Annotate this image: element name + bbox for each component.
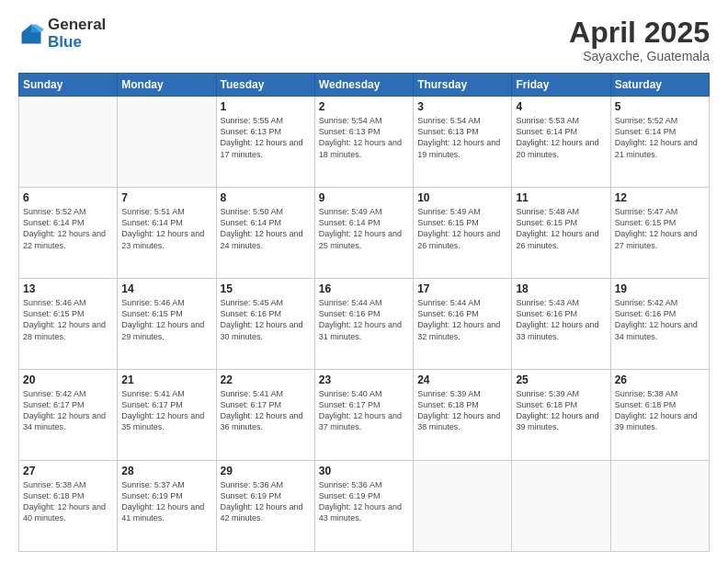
weekday-header-saturday: Saturday: [610, 74, 709, 97]
day-info: Sunrise: 5:49 AM Sunset: 6:15 PM Dayligh…: [417, 206, 507, 251]
week-row-1: 1Sunrise: 5:55 AM Sunset: 6:13 PM Daylig…: [19, 97, 710, 188]
calendar-cell: [19, 97, 118, 188]
day-info: Sunrise: 5:39 AM Sunset: 6:18 PM Dayligh…: [417, 388, 507, 433]
calendar-table: SundayMondayTuesdayWednesdayThursdayFrid…: [18, 73, 710, 552]
weekday-header-tuesday: Tuesday: [216, 74, 314, 97]
calendar-cell: 22Sunrise: 5:41 AM Sunset: 6:17 PM Dayli…: [216, 370, 314, 461]
day-number: 30: [319, 465, 409, 477]
calendar-cell: 13Sunrise: 5:46 AM Sunset: 6:15 PM Dayli…: [19, 279, 118, 370]
day-number: 22: [221, 373, 311, 386]
calendar-cell: 29Sunrise: 5:36 AM Sunset: 6:19 PM Dayli…: [216, 461, 314, 552]
day-info: Sunrise: 5:36 AM Sunset: 6:19 PM Dayligh…: [221, 479, 311, 524]
day-info: Sunrise: 5:52 AM Sunset: 6:14 PM Dayligh…: [615, 115, 705, 160]
day-number: 5: [615, 100, 705, 113]
day-info: Sunrise: 5:38 AM Sunset: 6:18 PM Dayligh…: [23, 479, 113, 524]
calendar-cell: 9Sunrise: 5:49 AM Sunset: 6:14 PM Daylig…: [314, 188, 413, 279]
calendar-cell: 2Sunrise: 5:54 AM Sunset: 6:13 PM Daylig…: [314, 97, 413, 188]
calendar-cell: 1Sunrise: 5:55 AM Sunset: 6:13 PM Daylig…: [216, 97, 314, 188]
calendar-cell: 11Sunrise: 5:48 AM Sunset: 6:15 PM Dayli…: [512, 188, 610, 279]
calendar-cell: 5Sunrise: 5:52 AM Sunset: 6:14 PM Daylig…: [610, 97, 709, 188]
day-number: 13: [23, 282, 113, 295]
day-number: 9: [319, 191, 409, 204]
day-info: Sunrise: 5:47 AM Sunset: 6:15 PM Dayligh…: [615, 206, 705, 251]
calendar-cell: 21Sunrise: 5:41 AM Sunset: 6:17 PM Dayli…: [118, 370, 216, 461]
calendar-cell: [610, 461, 709, 552]
day-number: 15: [221, 282, 311, 295]
calendar-cell: 24Sunrise: 5:39 AM Sunset: 6:18 PM Dayli…: [414, 370, 512, 461]
calendar-cell: 28Sunrise: 5:37 AM Sunset: 6:19 PM Dayli…: [118, 461, 216, 552]
calendar-cell: 3Sunrise: 5:54 AM Sunset: 6:13 PM Daylig…: [414, 97, 512, 188]
day-info: Sunrise: 5:51 AM Sunset: 6:14 PM Dayligh…: [121, 206, 211, 251]
weekday-header-wednesday: Wednesday: [314, 74, 413, 97]
logo: General Blue: [18, 17, 106, 51]
weekday-header-monday: Monday: [118, 74, 216, 97]
calendar-cell: 10Sunrise: 5:49 AM Sunset: 6:15 PM Dayli…: [414, 188, 512, 279]
calendar-cell: 19Sunrise: 5:42 AM Sunset: 6:16 PM Dayli…: [610, 279, 709, 370]
day-info: Sunrise: 5:49 AM Sunset: 6:14 PM Dayligh…: [319, 206, 409, 251]
day-info: Sunrise: 5:46 AM Sunset: 6:15 PM Dayligh…: [121, 297, 211, 342]
week-row-5: 27Sunrise: 5:38 AM Sunset: 6:18 PM Dayli…: [19, 461, 710, 552]
weekday-header-row: SundayMondayTuesdayWednesdayThursdayFrid…: [19, 74, 710, 97]
day-number: 19: [615, 282, 705, 295]
day-number: 27: [23, 465, 113, 477]
calendar-cell: 6Sunrise: 5:52 AM Sunset: 6:14 PM Daylig…: [19, 188, 118, 279]
day-number: 2: [319, 100, 409, 113]
calendar-cell: [414, 461, 512, 552]
calendar-cell: 30Sunrise: 5:36 AM Sunset: 6:19 PM Dayli…: [314, 461, 413, 552]
day-number: 3: [417, 100, 507, 113]
day-number: 18: [516, 282, 606, 295]
day-info: Sunrise: 5:38 AM Sunset: 6:18 PM Dayligh…: [615, 388, 705, 433]
month-title: April 2025: [569, 17, 710, 49]
day-number: 24: [417, 373, 507, 386]
day-number: 16: [319, 282, 409, 295]
day-info: Sunrise: 5:36 AM Sunset: 6:19 PM Dayligh…: [319, 479, 409, 524]
day-number: 25: [516, 373, 606, 386]
day-number: 28: [121, 465, 211, 477]
day-number: 11: [516, 191, 606, 204]
day-number: 6: [23, 191, 113, 204]
title-area: April 2025 Sayaxche, Guatemala: [569, 17, 710, 63]
day-info: Sunrise: 5:53 AM Sunset: 6:14 PM Dayligh…: [516, 115, 606, 160]
day-info: Sunrise: 5:41 AM Sunset: 6:17 PM Dayligh…: [121, 388, 211, 433]
location-subtitle: Sayaxche, Guatemala: [569, 49, 710, 63]
calendar-cell: 15Sunrise: 5:45 AM Sunset: 6:16 PM Dayli…: [216, 279, 314, 370]
calendar-cell: 7Sunrise: 5:51 AM Sunset: 6:14 PM Daylig…: [118, 188, 216, 279]
logo-blue: Blue: [48, 34, 106, 52]
day-info: Sunrise: 5:41 AM Sunset: 6:17 PM Dayligh…: [221, 388, 311, 433]
calendar-cell: 14Sunrise: 5:46 AM Sunset: 6:15 PM Dayli…: [118, 279, 216, 370]
weekday-header-thursday: Thursday: [414, 74, 512, 97]
day-info: Sunrise: 5:42 AM Sunset: 6:17 PM Dayligh…: [23, 388, 113, 433]
day-number: 1: [221, 100, 311, 113]
day-info: Sunrise: 5:48 AM Sunset: 6:15 PM Dayligh…: [516, 206, 606, 251]
calendar-cell: 4Sunrise: 5:53 AM Sunset: 6:14 PM Daylig…: [512, 97, 610, 188]
day-info: Sunrise: 5:44 AM Sunset: 6:16 PM Dayligh…: [417, 297, 507, 342]
day-info: Sunrise: 5:54 AM Sunset: 6:13 PM Dayligh…: [319, 115, 409, 160]
calendar-cell: [118, 97, 216, 188]
day-info: Sunrise: 5:37 AM Sunset: 6:19 PM Dayligh…: [121, 479, 211, 524]
calendar-cell: 25Sunrise: 5:39 AM Sunset: 6:18 PM Dayli…: [512, 370, 610, 461]
calendar-cell: 8Sunrise: 5:50 AM Sunset: 6:14 PM Daylig…: [216, 188, 314, 279]
day-number: 14: [121, 282, 211, 295]
calendar-cell: 27Sunrise: 5:38 AM Sunset: 6:18 PM Dayli…: [19, 461, 118, 552]
calendar-cell: 20Sunrise: 5:42 AM Sunset: 6:17 PM Dayli…: [19, 370, 118, 461]
calendar-cell: 26Sunrise: 5:38 AM Sunset: 6:18 PM Dayli…: [610, 370, 709, 461]
day-number: 23: [319, 373, 409, 386]
day-number: 7: [121, 191, 211, 204]
week-row-3: 13Sunrise: 5:46 AM Sunset: 6:15 PM Dayli…: [19, 279, 710, 370]
week-row-4: 20Sunrise: 5:42 AM Sunset: 6:17 PM Dayli…: [19, 370, 710, 461]
weekday-header-sunday: Sunday: [19, 74, 118, 97]
day-info: Sunrise: 5:44 AM Sunset: 6:16 PM Dayligh…: [319, 297, 409, 342]
calendar-cell: 17Sunrise: 5:44 AM Sunset: 6:16 PM Dayli…: [414, 279, 512, 370]
calendar-cell: [512, 461, 610, 552]
header: General Blue April 2025 Sayaxche, Guatem…: [18, 17, 710, 63]
calendar-cell: 23Sunrise: 5:40 AM Sunset: 6:17 PM Dayli…: [314, 370, 413, 461]
day-number: 21: [121, 373, 211, 386]
week-row-2: 6Sunrise: 5:52 AM Sunset: 6:14 PM Daylig…: [19, 188, 710, 279]
day-info: Sunrise: 5:54 AM Sunset: 6:13 PM Dayligh…: [417, 115, 507, 160]
day-info: Sunrise: 5:50 AM Sunset: 6:14 PM Dayligh…: [221, 206, 311, 251]
day-number: 4: [516, 100, 606, 113]
day-info: Sunrise: 5:39 AM Sunset: 6:18 PM Dayligh…: [516, 388, 606, 433]
day-info: Sunrise: 5:42 AM Sunset: 6:16 PM Dayligh…: [615, 297, 705, 342]
weekday-header-friday: Friday: [512, 74, 610, 97]
day-info: Sunrise: 5:46 AM Sunset: 6:15 PM Dayligh…: [23, 297, 113, 342]
